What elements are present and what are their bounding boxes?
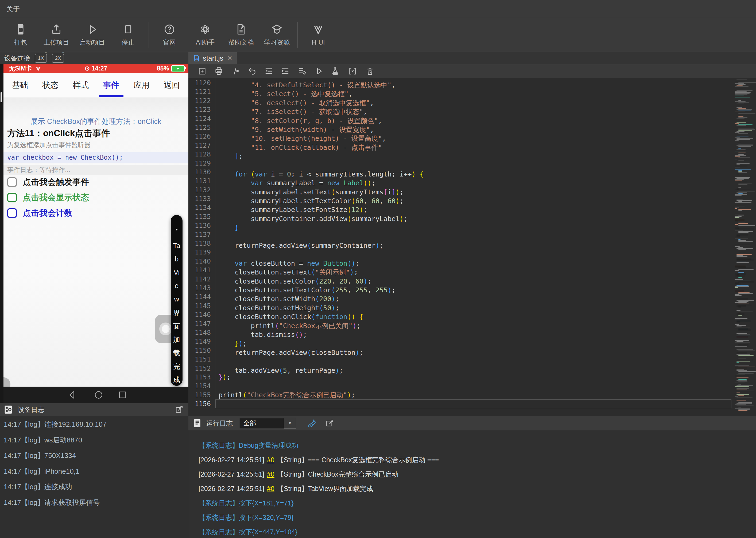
editor-indent-icon[interactable] (281, 67, 290, 76)
code-text: tab.dismiss(); (216, 328, 307, 337)
code-line[interactable]: 1132summaryLabel.setText(summaryItems[i]… (188, 186, 756, 194)
code-line[interactable]: 1138returnPage.addView(summaryContainer)… (188, 239, 756, 248)
code-line[interactable]: 1134summaryLabel.setFontSize(12); (188, 203, 756, 212)
phone-tab-2[interactable]: 状态 (41, 75, 60, 96)
run-log-expand-icon[interactable] (325, 419, 334, 428)
code-line[interactable]: 1127"11. onClick(callback) - 点击事件" (188, 141, 756, 150)
toolbar-button-hui-logo[interactable]: H-UI (300, 20, 336, 50)
code-line[interactable]: 1130for (var i = 0; i < summaryItems.len… (188, 168, 756, 177)
code-line[interactable]: 1120"4. setDefultSelect() - 设置默认选中", (188, 79, 756, 87)
nav-back-icon[interactable] (67, 390, 77, 400)
code-line[interactable]: 1129 (188, 159, 756, 168)
toolbar-button-openai[interactable]: AI助手 (187, 20, 223, 50)
phone-tab-6[interactable]: 返回 (162, 75, 181, 96)
code-line[interactable]: 1137 (188, 230, 756, 239)
toolbar-label: 停止 (122, 38, 134, 47)
code-line[interactable]: 1142closeButton.setColor(220, 20, 60); (188, 275, 756, 284)
editor-add-file-icon[interactable] (198, 67, 207, 76)
minimap[interactable] (733, 78, 756, 416)
editor-format-icon[interactable] (297, 67, 307, 76)
toolbar-button-upload[interactable]: 上传项目 (38, 20, 74, 50)
doc-edit-icon (235, 23, 247, 35)
code-line[interactable]: 1135summaryContainer.addView(summaryLabe… (188, 212, 756, 221)
code-line[interactable]: 1136} (188, 221, 756, 230)
code-line[interactable]: 1145closeButton.setHeight(50); (188, 301, 756, 310)
phone-tab-3[interactable]: 样式 (71, 75, 90, 96)
editor-print-icon[interactable] (214, 67, 223, 76)
phone-tab-4[interactable]: 事件 (101, 75, 121, 96)
minimap-line (738, 125, 753, 125)
code-line[interactable]: 1133summaryLabel.setTextColor(60, 60, 60… (188, 194, 756, 203)
minimap-line (736, 398, 753, 398)
minimap-line (736, 361, 750, 361)
minimap-line (738, 315, 742, 316)
nav-home-icon[interactable] (94, 390, 104, 400)
minimap-line (738, 409, 750, 409)
toolbar-button-stop-outline[interactable]: 停止 (110, 20, 146, 50)
editor-outdent-icon[interactable] (264, 67, 273, 76)
zoom-1x-button[interactable]: 1X (35, 54, 47, 63)
code-line[interactable]: 1126"10. setHeight(height) - 设置高度", (188, 132, 756, 141)
code-line[interactable]: 1124"8. setColor(r, g, b) - 设置颜色", (188, 114, 756, 123)
editor-clear-trash-icon[interactable] (365, 67, 375, 76)
code-line[interactable]: 1155printl("CheckBox完整综合示例已启动"); (188, 391, 756, 400)
code-line[interactable]: 1141closeButton.setText("关闭示例"); (188, 266, 756, 275)
phone-tab-1[interactable]: 基础 (10, 75, 30, 96)
code-line[interactable]: 1128]; (188, 150, 756, 159)
code-line[interactable]: 1121"5. select() - 选中复选框", (188, 87, 756, 96)
clear-log-brush-icon[interactable] (307, 418, 317, 428)
toolbar-button-doc-edit[interactable]: 帮助文档 (223, 20, 259, 50)
tab-startjs[interactable]: start.js ✕ (188, 52, 237, 64)
code-line[interactable]: 1156 (188, 400, 756, 408)
menu-about[interactable]: 关于 (4, 0, 23, 18)
log-ref-link[interactable]: #0 (267, 470, 275, 478)
minimap-line (735, 202, 751, 203)
checkbox-row[interactable]: 点击我会显示状态 (7, 192, 89, 203)
editor-comment-icon[interactable] (231, 67, 240, 76)
code-line[interactable]: 1148tab.dismiss(); (188, 328, 756, 337)
editor-undo-icon[interactable] (247, 67, 257, 76)
checkbox-row[interactable]: 点击我会触发事件 (7, 177, 89, 188)
device-log-expand-icon[interactable] (174, 405, 184, 414)
toolbar-button-help-circle[interactable]: 官网 (152, 20, 187, 50)
indent-guide (235, 319, 251, 328)
code-line[interactable]: 1146closeButton.onClick(function() { (188, 310, 756, 319)
phone-tab-5[interactable]: 应用 (132, 75, 151, 96)
toolbar-button-play-outline[interactable]: 启动项目 (74, 20, 110, 50)
code-line[interactable]: 1149}); (188, 337, 756, 346)
log-ref-link[interactable]: #0 (267, 485, 275, 492)
code-line[interactable]: 1122"6. deselect() - 取消选中复选框", (188, 96, 756, 105)
checkbox-icon[interactable] (7, 208, 17, 218)
code-line[interactable]: 1125"9. setWidth(width) - 设置宽度", (188, 123, 756, 132)
checkbox-icon[interactable] (7, 177, 17, 187)
code-line[interactable]: 1153}); (188, 373, 756, 382)
checkbox-row[interactable]: 点击我会计数 (7, 207, 72, 219)
code-line[interactable]: 1123"7. isSelect() - 获取选中状态", (188, 105, 756, 114)
code-line[interactable]: 1152tab.addView(5, returnPage); (188, 364, 756, 373)
log-filter-dropdown-icon[interactable]: ▼ (284, 418, 296, 429)
code-line[interactable]: 1151 (188, 355, 756, 364)
code-line[interactable]: 1150returnPage.addView(closeButton); (188, 346, 756, 355)
toolbar-button-learn-cap[interactable]: 学习资源 (259, 20, 295, 50)
editor-test-flask-icon[interactable] (331, 67, 340, 76)
log-ref-link[interactable]: #0 (267, 456, 275, 463)
minimap-line (736, 275, 739, 275)
checkbox-icon[interactable] (7, 193, 17, 202)
editor-variable-icon[interactable] (348, 67, 357, 76)
code-line[interactable]: 1140var closeButton = new Button(); (188, 257, 756, 266)
tab-close-icon[interactable]: ✕ (227, 54, 232, 62)
code-line[interactable]: 1143closeButton.setTextColor(255, 255, 2… (188, 284, 756, 293)
log-filter-select[interactable]: 全部 (240, 418, 284, 428)
code-line[interactable]: 1147printl("CheckBox示例已关闭"); (188, 319, 756, 328)
code-line[interactable]: 1131var summaryLabel = new Label(); (188, 177, 756, 185)
code-line[interactable]: 1144closeButton.setWidth(200); (188, 293, 756, 301)
nav-recent-icon[interactable] (117, 390, 127, 400)
code-line[interactable]: 1139 (188, 248, 756, 257)
zoom-2x-button[interactable]: 2X (52, 54, 64, 63)
editor-run-icon[interactable] (314, 67, 323, 76)
checkbox-label: 点击我会触发事件 (23, 177, 89, 188)
code-line[interactable]: 1154 (188, 382, 756, 390)
toolbar-button-package-apple[interactable]: 打包 (3, 20, 38, 50)
code-text (216, 355, 219, 364)
code-editor[interactable]: 1120"4. setDefultSelect() - 设置默认选中",1121… (188, 78, 756, 416)
